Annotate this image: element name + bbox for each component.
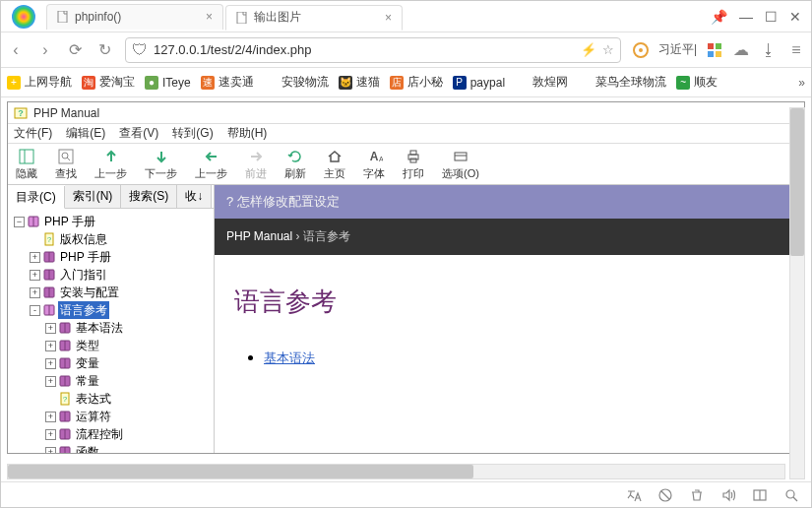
bookmark-label: 上网导航 [25,74,72,91]
bookmark-item[interactable]: 淘爱淘宝 [82,74,135,91]
svg-rect-8 [716,51,721,57]
tree-item[interactable]: ?版权信息 [30,230,212,248]
vertical-scrollbar[interactable] [789,107,805,479]
page-icon [57,11,69,23]
bookmark-item[interactable]: 速速卖通 [201,74,254,91]
content-banner: ? 怎样修改配置设定 [215,185,804,219]
toolbar-refresh-button[interactable]: 刷新 [284,148,306,181]
zoom-icon[interactable] [783,487,799,503]
download-icon[interactable]: ☁ [732,40,750,59]
toolbar-font-button[interactable]: AA字体 [363,148,385,181]
tree-tab[interactable]: 搜索(S) [121,185,177,208]
bookmark-item[interactable]: ~顺友 [676,74,718,91]
tree-item[interactable]: -语言参考 [30,301,212,319]
tree-item[interactable]: +函数 [45,443,212,453]
toolbar-up-button[interactable]: 上一步 [94,148,127,181]
toolbar-down-button[interactable]: 下一步 [145,148,177,181]
compass-icon[interactable] [633,42,649,58]
bookmark-item[interactable]: 🐱速猫 [339,74,380,91]
download-arrow-icon[interactable]: ⭳ [760,41,778,59]
bookmarks-bar: +上网导航淘爱淘宝●ITeye速速卖通安骏物流🐱速猫店店小秘Ppaypal敦煌网… [1,68,811,97]
volume-icon[interactable] [720,487,736,503]
bookmarks-more-icon[interactable]: » [798,76,805,90]
toolbar-hide-button[interactable]: 隐藏 [16,148,37,181]
address-bar[interactable]: 🛡 127.0.0.1/test/2/4/index.php ⚡ ☆ [125,37,621,63]
menu-item[interactable]: 文件(F) [14,125,52,142]
bookmark-item[interactable]: 安骏物流 [264,74,329,91]
bookmark-item[interactable]: 菜鸟全球物流 [578,74,666,91]
bookmark-favicon: P [453,76,467,90]
menu-item[interactable]: 转到(G) [172,125,213,142]
svg-text:A: A [370,150,379,163]
forward-button[interactable]: › [36,41,54,59]
tree-item[interactable]: +流程控制 [45,425,212,443]
tree-item[interactable]: +运算符 [45,408,212,425]
maximize-icon[interactable]: ☐ [765,9,778,25]
bookmark-label: ITeye [162,76,191,90]
browser-toolbar: ‹ › ⟳ ↻ 🛡 127.0.0.1/test/2/4/index.php ⚡… [1,32,811,68]
horizontal-scrollbar[interactable] [7,464,785,479]
search-hint[interactable]: 习近平| [658,41,697,58]
breadcrumb-root[interactable]: PHP Manual [226,229,292,243]
menu-icon[interactable]: ≡ [787,41,805,59]
apps-icon[interactable] [707,42,722,58]
tree-tab[interactable]: 目录(C) [8,186,65,209]
tree-tab[interactable]: 收↓ [177,185,212,208]
svg-rect-6 [716,43,721,49]
bookmark-label: 速卖通 [219,74,254,91]
adblock-icon[interactable] [657,487,673,503]
tree-item[interactable]: ?表达式 [45,390,212,408]
tree-item[interactable]: +安装与配置 [30,284,212,301]
back-button[interactable]: ‹ [7,41,25,59]
flash-icon[interactable]: ⚡ [581,42,596,57]
bookmark-item[interactable]: Ppaypal [453,76,505,90]
reload-button[interactable]: ⟳ [66,40,84,59]
svg-rect-5 [708,43,714,49]
tree-item[interactable]: +类型 [45,337,212,354]
minimize-icon[interactable]: — [739,9,753,25]
svg-rect-19 [410,151,416,155]
tree-panel: 目录(C)索引(N)搜索(S)收↓ −PHP 手册?版权信息+PHP 手册+入门… [8,185,215,453]
browser-tab[interactable]: 输出图片 × [225,5,403,31]
tree-item[interactable]: +变量 [45,354,212,372]
content-link[interactable]: 基本语法 [264,350,315,365]
window-titlebar: phpinfo() × 输出图片 × 📌 — ☐ ✕ [1,1,811,32]
svg-point-4 [639,48,643,52]
pin-icon[interactable]: 📌 [711,9,727,25]
menu-item[interactable]: 帮助(H) [227,125,268,142]
menu-item[interactable]: 编辑(E) [66,125,105,142]
close-icon[interactable]: × [206,10,213,24]
bookmark-star-icon[interactable]: ☆ [602,42,614,57]
toolbar-find-button[interactable]: 查找 [55,148,77,181]
svg-text:?: ? [63,395,68,404]
bookmark-item[interactable]: +上网导航 [7,74,72,91]
bookmark-item[interactable]: 敦煌网 [515,74,568,91]
bookmark-item[interactable]: 店店小秘 [390,74,443,91]
menu-item[interactable]: 查看(V) [119,125,158,142]
bookmark-item[interactable]: ●ITeye [145,76,191,90]
svg-rect-7 [708,51,714,57]
close-window-icon[interactable]: ✕ [789,9,801,25]
url-text: 127.0.0.1/test/2/4/index.php [154,42,575,57]
trash-icon[interactable] [689,487,705,503]
bookmark-label: 菜鸟全球物流 [595,74,666,91]
tree-item[interactable]: +常量 [45,372,212,390]
tree-tab[interactable]: 索引(N) [65,185,122,208]
tree-item[interactable]: +PHP 手册 [30,248,212,266]
toolbar-back-button[interactable]: 上一步 [195,148,227,181]
content-pane: ? 怎样修改配置设定 PHP Manual › 语言参考 语言参考 基本语法 [215,185,804,453]
tree-item[interactable]: +基本语法 [45,319,212,337]
split-icon[interactable] [752,487,768,503]
browser-tab[interactable]: phpinfo() × [46,4,223,30]
svg-point-0 [12,5,35,29]
toolbar-print-button[interactable]: 打印 [403,148,424,181]
translate-icon[interactable] [626,487,642,503]
restore-button[interactable]: ↻ [95,40,113,59]
tree-view[interactable]: −PHP 手册?版权信息+PHP 手册+入门指引+安装与配置-语言参考+基本语法… [8,209,214,453]
tree-item[interactable]: +入门指引 [30,266,212,284]
svg-rect-11 [20,150,33,163]
bookmark-favicon: ~ [676,76,690,90]
close-icon[interactable]: × [385,11,392,25]
toolbar-home-button[interactable]: 主页 [324,148,345,181]
toolbar-options-button[interactable]: 选项(O) [442,148,479,181]
